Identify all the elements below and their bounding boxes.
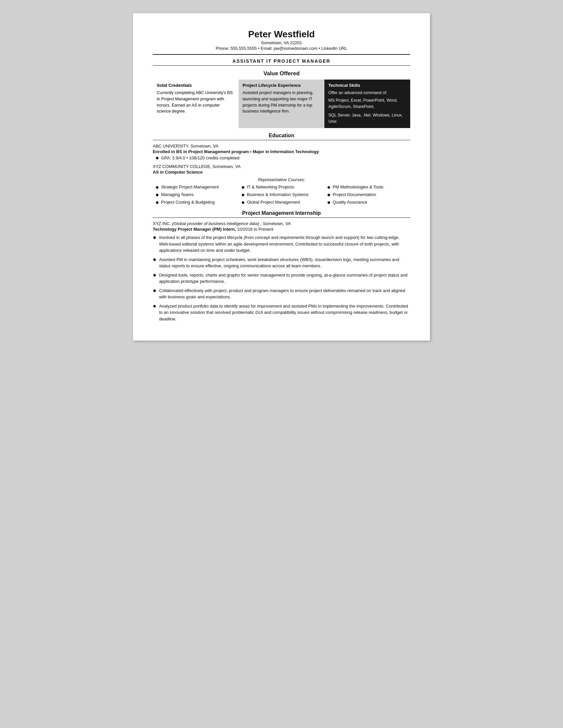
lifecycle-title: Project Lifecycle Experience [243,83,320,88]
school1-institution: ABC UNIVERSITY, Sometown, VA [153,144,410,149]
technical-text3: SQL Server, Java, .Net, Windows, Linux, … [328,112,406,125]
bullet-icon: ● [241,184,245,190]
bullet-icon: ● [155,192,159,198]
internship-bullets: ●Involved in all phases of the project l… [153,234,410,322]
course-item: ●Project Documentation [327,192,408,198]
company-name: XYZ INC. [153,221,171,226]
course-item: ●PM Methodologies & Tools [327,184,408,190]
course-item: ●Global Project Management [241,199,322,205]
internship-bullet-item: ●Analyzed product portfolio data to iden… [153,303,410,322]
role-title-bold: Technology Project Manager (PM) Intern, [153,227,236,232]
internship-section-header: Project Management Internship [153,210,410,218]
internship-section: XYZ INC. (Global provider of business in… [153,221,410,322]
bullet-icon: ● [327,192,331,198]
credentials-title: Solid Credentials [157,83,235,88]
internship-bullet-item: ●Designed tools, reports, charts and gra… [153,272,410,285]
role-date: 10/2016 to Present [236,227,273,232]
technical-text2: MS Project, Excel, PowerPoint, Word, Agi… [328,97,406,110]
education-section-header: Education [153,133,410,140]
header-divider [153,54,410,55]
value-cell-credentials: Solid Credentials Currently completing A… [153,80,239,128]
education-title: Education [269,133,294,138]
job-title-block: ASSISTANT IT PROJECT MANAGER [153,58,410,66]
courses-col2: ●IT & Networking Projects●Business & Inf… [239,184,324,207]
company-description: (Global provider of business intelligenc… [172,221,259,226]
education-section: ABC UNIVERSITY, Sometown, VA Enrolled in… [153,144,410,207]
credentials-text: Currently completing ABC University's BS… [157,90,235,115]
company-location: , Sometown, VA [260,221,291,226]
bullet-icon: ● [327,184,331,190]
bullet-icon: ● [153,256,156,262]
candidate-contact: Phone: 555.555.5555 • Email: pw@somedoma… [153,46,410,51]
bullet-icon: ● [153,287,156,293]
bullet-icon: ● [241,192,245,198]
lifecycle-text: Assisted project managers in planning, l… [243,90,320,115]
value-offered-title: Value Offered [153,70,410,77]
internship-role: Technology Project Manager (PM) Intern, … [153,227,410,232]
courses-col1: ●Strategic Project Management●Managing T… [153,184,239,207]
school1-degree: Enrolled in BS in Project Management pro… [153,149,410,154]
internship-title-heading: Project Management Internship [242,210,321,216]
candidate-name: Peter Westfield [153,29,410,40]
bullet-icon: ● [155,199,159,205]
technical-text1: Offer an advanced command of: [328,90,406,96]
resume-page: Peter Westfield Sometown, VA 22201 Phone… [133,13,430,341]
courses-grid: ●Strategic Project Management●Managing T… [153,184,410,207]
bullet-icon: ● [153,303,156,309]
header: Peter Westfield Sometown, VA 22201 Phone… [153,29,410,51]
course-item: ●Strategic Project Management [155,184,236,190]
value-cell-technical: Technical Skills Offer an advanced comma… [324,80,410,128]
courses-header: Representative Courses: [153,177,410,182]
candidate-location: Sometown, VA 22201 [153,40,410,45]
course-item: ●Quality Assurance [327,199,408,205]
course-item: ●Business & Information Systems [241,192,322,198]
value-cell-lifecycle: Project Lifecycle Experience Assisted pr… [239,80,324,128]
courses-col3: ●PM Methodologies & Tools●Project Docume… [324,184,410,207]
school2-degree: AS in Computer Science [153,170,410,175]
internship-bullet-item: ●Assisted PM in maintaining project sche… [153,256,410,269]
course-item: ●IT & Networking Projects [241,184,322,190]
school1-details: ● GPA: 3.9/4.0 • 108/120 credits complet… [155,155,410,161]
job-title: ASSISTANT IT PROJECT MANAGER [233,58,331,64]
bullet-icon: ● [155,184,159,190]
course-item: ●Project Costing & Budgeting [155,199,236,205]
bullet-icon: ● [241,199,245,205]
internship-bullet-item: ●Involved in all phases of the project l… [153,234,410,254]
bullet-icon: ● [153,272,156,278]
school2-institution: XYZ COMMUNITY COLLEGE, Sometown, VA [153,164,410,169]
bullet-icon: ● [155,155,159,161]
value-grid: Solid Credentials Currently completing A… [153,80,410,128]
internship-bullet-item: ●Collaborated effectively with project, … [153,287,410,300]
internship-company: XYZ INC. (Global provider of business in… [153,221,410,226]
technical-title: Technical Skills [328,83,406,88]
course-item: ●Managing Teams [155,192,236,198]
bullet-icon: ● [327,199,331,205]
bullet-icon: ● [153,234,156,240]
